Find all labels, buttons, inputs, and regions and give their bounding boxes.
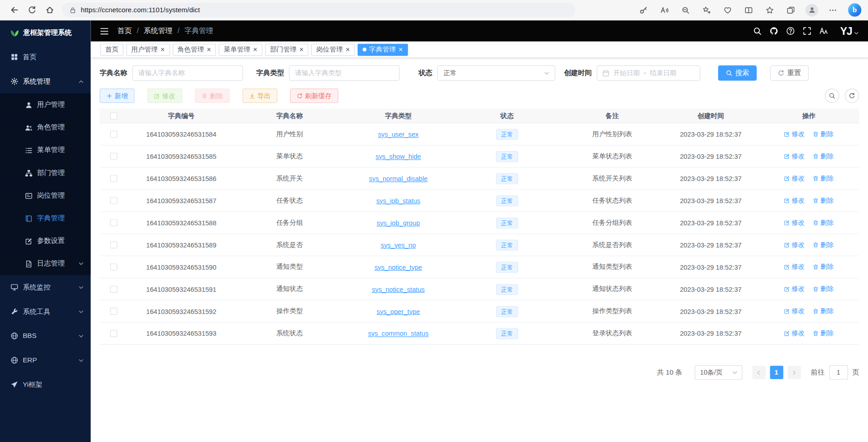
search-button[interactable]: 搜索 xyxy=(718,65,757,81)
select-all-checkbox[interactable] xyxy=(110,112,117,119)
row-delete-button[interactable]: 删除 xyxy=(813,285,834,294)
sidebar-menu-item[interactable]: ERP xyxy=(0,348,91,372)
sidebar-menu-item[interactable]: 参数设置 xyxy=(0,230,91,252)
dict-type-link[interactable]: sys_notice_type xyxy=(374,263,422,271)
date-range-picker[interactable]: 开始日期 - 结束日期 xyxy=(597,65,701,81)
row-checkbox[interactable] xyxy=(110,285,117,293)
refresh-table-button[interactable] xyxy=(845,89,859,103)
row-delete-button[interactable]: 删除 xyxy=(813,196,834,205)
tab-close-icon[interactable] xyxy=(207,46,211,53)
dict-type-link[interactable]: sys_common_status xyxy=(368,329,429,337)
row-delete-button[interactable]: 删除 xyxy=(813,152,834,161)
sidebar-menu-item[interactable]: 系统监控 xyxy=(0,275,91,299)
tab[interactable]: 角色管理 xyxy=(172,43,216,56)
dict-type-input[interactable] xyxy=(289,65,400,81)
row-checkbox[interactable] xyxy=(110,219,117,226)
address-bar[interactable]: https://ccnetcore.com:1101/system/dict xyxy=(62,3,575,17)
row-edit-button[interactable]: 修改 xyxy=(784,240,805,250)
current-page[interactable]: 1 xyxy=(770,366,783,379)
dict-type-link[interactable]: sys_show_hide xyxy=(376,152,421,160)
tab-close-icon[interactable] xyxy=(253,46,257,53)
tab[interactable]: 菜单管理 xyxy=(219,43,262,56)
menu-fold-icon[interactable] xyxy=(100,26,109,36)
row-delete-button[interactable]: 删除 xyxy=(813,307,834,316)
tab-close-icon[interactable] xyxy=(299,46,303,53)
row-edit-button[interactable]: 修改 xyxy=(784,196,805,205)
app-logo[interactable]: 意框架管理系统 xyxy=(0,20,91,45)
sidebar-menu-item[interactable]: 系统管理 xyxy=(0,69,91,94)
tab[interactable]: 部门管理 xyxy=(265,43,309,56)
row-edit-button[interactable]: 修改 xyxy=(784,285,805,294)
breadcrumb-item[interactable]: 首页 xyxy=(117,26,132,36)
breadcrumb-item[interactable]: 字典管理 xyxy=(172,26,213,36)
row-edit-button[interactable]: 修改 xyxy=(784,262,805,272)
user-avatar-menu[interactable]: YJ xyxy=(840,26,859,36)
tab-close-icon[interactable] xyxy=(161,46,165,53)
export-button[interactable]: 导出 xyxy=(243,89,277,103)
browser-home-button[interactable] xyxy=(41,2,59,18)
sidebar-menu-item[interactable]: 字典管理 xyxy=(0,207,91,229)
toggle-search-button[interactable] xyxy=(825,89,839,103)
site-info-icon[interactable] xyxy=(69,6,76,14)
tab[interactable]: 首页 xyxy=(100,43,123,56)
font-size-icon[interactable] xyxy=(819,27,828,36)
reset-button[interactable]: 重置 xyxy=(770,65,809,81)
help-icon[interactable] xyxy=(786,27,795,36)
page-size-select[interactable]: 10条/页 xyxy=(695,365,742,380)
sidebar-menu-item[interactable]: 系统工具 xyxy=(0,299,91,324)
tab-close-icon[interactable] xyxy=(399,46,403,53)
github-icon[interactable] xyxy=(769,27,778,36)
breadcrumb-item[interactable]: 系统管理 xyxy=(132,26,172,36)
sidebar-menu-item[interactable]: 菜单管理 xyxy=(0,139,91,162)
row-checkbox[interactable] xyxy=(110,197,117,204)
dict-type-link[interactable]: sys_oper_type xyxy=(377,307,420,315)
tab[interactable]: 用户管理 xyxy=(126,43,170,56)
dict-type-link[interactable]: sys_normal_disable xyxy=(369,175,428,182)
tab-close-icon[interactable] xyxy=(346,46,350,53)
row-edit-button[interactable]: 修改 xyxy=(784,307,805,316)
sidebar-menu-item[interactable]: Yi框架 xyxy=(0,372,91,397)
sidebar-menu-item[interactable]: 日志管理 xyxy=(0,252,91,275)
profile-avatar[interactable] xyxy=(806,4,818,16)
tab[interactable]: 岗位管理 xyxy=(311,43,355,56)
dict-type-link[interactable]: sys_job_group xyxy=(377,219,420,227)
tab[interactable]: 字典管理 xyxy=(358,43,408,56)
row-edit-button[interactable]: 修改 xyxy=(784,129,805,139)
next-page-button[interactable] xyxy=(787,366,801,379)
row-checkbox[interactable] xyxy=(110,308,117,315)
sidebar-menu-item[interactable]: 角色管理 xyxy=(0,116,91,139)
row-edit-button[interactable]: 修改 xyxy=(784,174,805,183)
prev-page-button[interactable] xyxy=(752,366,765,379)
sidebar-menu-item[interactable]: 首页 xyxy=(0,45,91,69)
sidebar-menu-item[interactable]: 部门管理 xyxy=(0,162,91,184)
row-edit-button[interactable]: 修改 xyxy=(784,152,805,161)
row-checkbox[interactable] xyxy=(110,131,117,138)
sidebar-menu-item[interactable]: 岗位管理 xyxy=(0,184,91,207)
collections-icon[interactable] xyxy=(782,2,800,18)
split-screen-icon[interactable] xyxy=(739,2,758,18)
dict-type-link[interactable]: sys_yes_no xyxy=(381,241,416,249)
browser-back-button[interactable] xyxy=(5,2,23,18)
row-delete-button[interactable]: 删除 xyxy=(813,240,834,250)
status-select[interactable]: 正常 xyxy=(437,65,555,81)
row-delete-button[interactable]: 删除 xyxy=(813,129,834,139)
browser-essentials-icon[interactable] xyxy=(719,2,737,18)
settings-menu-icon[interactable] xyxy=(824,2,842,18)
row-delete-button[interactable]: 删除 xyxy=(813,329,834,338)
sidebar-menu-item[interactable]: 用户管理 xyxy=(0,94,91,116)
dict-type-link[interactable]: sys_notice_status xyxy=(372,285,425,293)
row-checkbox[interactable] xyxy=(110,175,117,182)
row-edit-button[interactable]: 修改 xyxy=(784,329,805,338)
add-button[interactable]: 新增 xyxy=(100,89,134,103)
edit-button[interactable]: 修改 xyxy=(147,89,182,103)
row-delete-button[interactable]: 删除 xyxy=(813,218,834,228)
dict-name-input[interactable] xyxy=(132,65,243,81)
row-checkbox[interactable] xyxy=(110,263,117,271)
row-delete-button[interactable]: 删除 xyxy=(813,174,834,183)
row-delete-button[interactable]: 删除 xyxy=(813,262,834,272)
zoom-icon[interactable] xyxy=(677,2,695,18)
header-search-icon[interactable] xyxy=(753,27,762,36)
goto-page-input[interactable] xyxy=(829,365,848,380)
refresh-cache-button[interactable]: 刷新缓存 xyxy=(290,89,338,103)
read-aloud-icon[interactable] xyxy=(655,2,673,18)
